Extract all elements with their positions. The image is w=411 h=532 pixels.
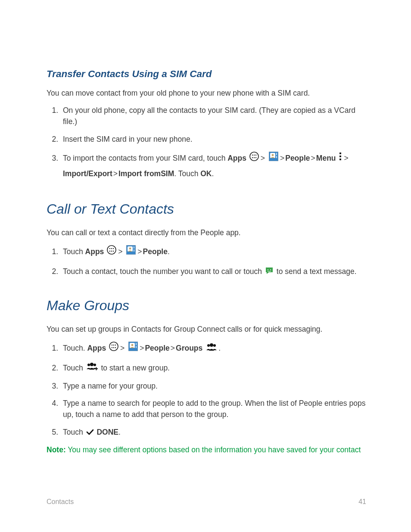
- breadcrumb-separator: >: [137, 244, 142, 259]
- message-icon: [265, 266, 274, 278]
- breadcrumb-separator: >: [171, 341, 175, 356]
- svg-point-41: [207, 344, 210, 347]
- svg-point-42: [210, 343, 213, 347]
- breadcrumb-separator: >: [113, 166, 118, 181]
- page-footer: Contacts 41: [47, 497, 366, 507]
- svg-point-38: [131, 344, 134, 346]
- breadcrumb-separator: >: [344, 151, 348, 166]
- svg-point-3: [255, 154, 256, 155]
- svg-point-44: [87, 364, 90, 366]
- section-1-heading: Transfer Contacts Using a SIM Card: [47, 67, 366, 81]
- groups-icon: [206, 341, 218, 356]
- svg-point-28: [270, 269, 271, 270]
- add-group-icon: [86, 363, 98, 374]
- people-app-icon: [126, 245, 136, 260]
- list-item: Touch Apps > > People.: [60, 244, 366, 260]
- breadcrumb-separator: >: [120, 341, 125, 356]
- text: Touch: [63, 247, 85, 256]
- apps-grid-icon: [109, 341, 118, 356]
- list-item: Touch. Apps > > People > Groups .: [60, 341, 366, 356]
- svg-point-33: [112, 347, 112, 348]
- import-export-label: Import/Export: [63, 169, 112, 178]
- text: Touch: [63, 364, 85, 372]
- text: To import the contacts from your SIM car…: [63, 154, 227, 162]
- svg-rect-26: [134, 249, 134, 252]
- list-item: Insert the SIM card in your new phone.: [60, 134, 366, 145]
- svg-rect-48: [96, 367, 97, 370]
- text: .: [168, 247, 170, 256]
- text: Touch a contact, touch the number you wa…: [63, 267, 264, 276]
- document-page: Transfer Contacts Using a SIM Card You c…: [0, 0, 411, 532]
- svg-rect-39: [136, 343, 137, 345]
- svg-point-43: [213, 344, 216, 347]
- svg-point-29: [109, 342, 118, 351]
- list-item: Type a name to search for people to add …: [60, 398, 366, 420]
- list-item: Touch a contact, touch the number you wa…: [60, 266, 366, 278]
- note-text: You may see different options based on t…: [66, 445, 361, 454]
- people-label: People: [145, 344, 169, 352]
- apps-label: Apps: [85, 247, 104, 256]
- section-1-intro: You can move contact from your old phone…: [47, 87, 366, 99]
- section-2-intro: You can call or text a contact directly …: [47, 227, 366, 238]
- section-3-intro: You can set up groups in Contacts for Gr…: [47, 324, 366, 335]
- text: .: [212, 169, 214, 178]
- text: Touch: [63, 428, 85, 436]
- section-2-list: Touch Apps > > People. Touch a contact, …: [47, 244, 366, 278]
- svg-point-9: [272, 154, 274, 156]
- breadcrumb-separator: >: [280, 151, 284, 166]
- list-item: Touch DONE.: [60, 426, 366, 439]
- svg-point-15: [107, 246, 116, 254]
- svg-point-30: [112, 345, 112, 345]
- apps-grid-icon: [107, 245, 116, 260]
- apps-label: Apps: [227, 154, 246, 162]
- section-3-list: Touch. Apps > > People > Groups . Touch …: [47, 341, 366, 438]
- svg-point-16: [109, 248, 110, 249]
- text: Touch.: [63, 344, 87, 352]
- section-1-list: On your old phone, copy all the contacts…: [47, 105, 366, 181]
- svg-point-31: [113, 345, 114, 345]
- svg-point-21: [113, 251, 114, 252]
- svg-point-2: [254, 154, 255, 155]
- import-sim-label: Import fromSIM: [118, 169, 174, 178]
- svg-point-24: [129, 247, 131, 249]
- footer-section: Contacts: [47, 497, 74, 507]
- text: to send a text message.: [277, 267, 357, 276]
- note: Note: You may see different options base…: [47, 444, 366, 455]
- text: .: [218, 344, 221, 352]
- done-label: DONE: [97, 428, 118, 436]
- svg-point-19: [109, 251, 110, 252]
- svg-point-27: [268, 269, 268, 270]
- svg-point-4: [252, 157, 253, 158]
- note-label: Note:: [47, 445, 66, 454]
- list-item: On your old phone, copy all the contacts…: [60, 105, 366, 128]
- svg-rect-12: [339, 152, 341, 154]
- menu-label: Menu: [316, 154, 336, 162]
- groups-label: Groups: [176, 344, 202, 352]
- svg-rect-14: [339, 159, 341, 160]
- svg-point-6: [255, 157, 256, 158]
- svg-point-45: [90, 363, 93, 366]
- svg-point-5: [254, 157, 255, 158]
- people-app-icon: [128, 341, 138, 356]
- section-3-heading: Make Groups: [47, 295, 366, 316]
- svg-rect-25: [134, 246, 134, 249]
- svg-point-17: [111, 248, 112, 249]
- apps-grid-icon: [249, 151, 259, 166]
- checkmark-icon: [86, 427, 94, 438]
- footer-page-number: 41: [358, 497, 366, 507]
- svg-rect-11: [276, 156, 277, 158]
- section-2-heading: Call or Text Contacts: [47, 199, 366, 219]
- text: .: [118, 428, 121, 436]
- breadcrumb-separator: >: [118, 244, 122, 259]
- people-label: People: [285, 154, 310, 162]
- text: . Touch: [174, 169, 200, 178]
- list-item: Type a name for your group.: [60, 380, 366, 392]
- breadcrumb-separator: >: [140, 341, 144, 356]
- apps-label: Apps: [87, 344, 106, 352]
- svg-point-35: [115, 347, 116, 348]
- ok-label: OK: [200, 169, 212, 178]
- list-item: Touch to start a new group.: [60, 362, 366, 374]
- svg-point-18: [113, 248, 114, 249]
- breadcrumb-separator: >: [261, 151, 265, 166]
- people-app-icon: [269, 151, 278, 166]
